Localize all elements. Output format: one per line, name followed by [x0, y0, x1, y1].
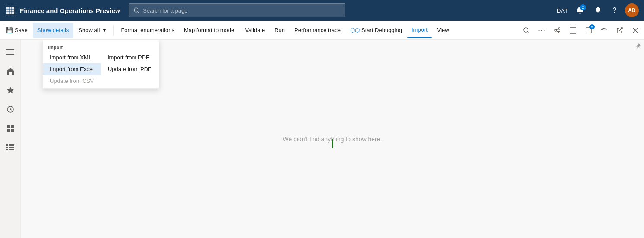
- map-format-button[interactable]: Map format to model: [180, 23, 240, 38]
- show-all-button[interactable]: Show all ▼: [74, 23, 111, 38]
- save-icon: 💾: [6, 27, 13, 33]
- left-nav-favorites[interactable]: [2, 82, 19, 99]
- import-from-pdf-item[interactable]: Import from PDF: [101, 52, 159, 63]
- svg-rect-33: [6, 147, 8, 148]
- svg-rect-25: [6, 54, 14, 55]
- user-avatar[interactable]: AD: [625, 3, 639, 17]
- import-menu-grid: Import from XML Import from PDF Import f…: [43, 52, 159, 87]
- save-button[interactable]: 💾 Save: [2, 23, 32, 38]
- notifications-icon[interactable]: 2: [573, 3, 587, 17]
- main-layout: Import Import from XML Import from PDF I…: [0, 40, 644, 238]
- svg-rect-31: [6, 144, 8, 146]
- svg-rect-30: [11, 129, 14, 132]
- view-button[interactable]: View: [433, 23, 454, 38]
- left-nav-list[interactable]: [2, 139, 19, 156]
- more-options-button[interactable]: ···: [535, 23, 549, 37]
- run-button[interactable]: Run: [270, 23, 289, 38]
- toolbar-right-actions: ··· 0: [519, 23, 642, 37]
- svg-rect-7: [10, 12, 12, 14]
- svg-line-12: [528, 32, 529, 33]
- left-nav-menu[interactable]: [2, 43, 19, 61]
- import-dropdown-header: Import: [43, 42, 159, 52]
- svg-rect-28: [11, 125, 14, 128]
- left-nav-workspaces[interactable]: [2, 120, 19, 137]
- top-navigation: Finance and Operations Preview DAT 2 ? A…: [0, 0, 644, 21]
- chevron-down-icon: ▼: [103, 28, 107, 33]
- show-details-button[interactable]: Show details: [33, 23, 74, 38]
- user-company-label: DAT: [557, 7, 568, 14]
- svg-rect-29: [7, 129, 10, 132]
- refresh-button[interactable]: [597, 23, 611, 37]
- svg-point-13: [555, 29, 557, 31]
- import-button[interactable]: Import: [407, 23, 432, 38]
- cursor-indicator: [332, 139, 333, 148]
- svg-rect-6: [6, 12, 9, 14]
- import-from-excel-item[interactable]: Import from Excel: [43, 63, 101, 75]
- svg-rect-24: [6, 52, 14, 52]
- svg-line-16: [557, 29, 558, 30]
- search-toolbar-button[interactable]: [519, 23, 533, 37]
- content-area: Import Import from XML Import from PDF I…: [21, 40, 644, 238]
- validate-button[interactable]: Validate: [241, 23, 269, 38]
- import-from-xml-item[interactable]: Import from XML: [43, 52, 101, 63]
- import-dropdown-menu: Import Import from XML Import from PDF I…: [42, 40, 159, 89]
- close-button[interactable]: [628, 23, 642, 37]
- pin-icon: [634, 43, 641, 51]
- svg-rect-27: [7, 125, 10, 128]
- app-grid-icon[interactable]: [5, 5, 16, 16]
- svg-rect-35: [6, 149, 8, 150]
- svg-rect-32: [9, 144, 14, 146]
- svg-rect-5: [12, 10, 14, 12]
- app-title: Finance and Operations Preview: [20, 7, 120, 14]
- svg-point-14: [558, 28, 560, 29]
- search-bar[interactable]: [129, 3, 345, 17]
- update-from-csv-item[interactable]: Update from CSV: [43, 75, 101, 87]
- update-from-pdf-item[interactable]: Update from PDF: [101, 63, 159, 75]
- split-view-button[interactable]: [566, 23, 580, 37]
- connect-button[interactable]: [551, 23, 564, 37]
- settings-icon[interactable]: [590, 3, 604, 17]
- popout-button[interactable]: [613, 23, 627, 37]
- start-debugging-button[interactable]: ⬡⬡ Start Debugging: [346, 23, 406, 38]
- svg-rect-0: [6, 7, 9, 9]
- svg-rect-8: [12, 12, 14, 14]
- svg-rect-1: [10, 7, 12, 9]
- left-nav-recent[interactable]: [2, 101, 19, 118]
- svg-rect-34: [9, 147, 14, 148]
- svg-rect-3: [6, 10, 9, 12]
- svg-rect-2: [12, 7, 14, 9]
- debug-icon: ⬡⬡: [350, 27, 360, 33]
- toolbar: 💾 Save Show details Show all ▼ Format en…: [0, 21, 644, 40]
- format-enumerations-button[interactable]: Format enumerations: [116, 23, 179, 38]
- top-nav-right-actions: DAT 2 ? AD: [557, 3, 639, 17]
- svg-point-11: [524, 28, 528, 32]
- help-icon[interactable]: ?: [608, 3, 621, 17]
- search-input[interactable]: [143, 7, 341, 14]
- svg-point-9: [134, 8, 138, 12]
- notification-badge: 2: [580, 4, 586, 10]
- svg-rect-4: [10, 10, 12, 12]
- badge-button[interactable]: 0: [582, 23, 596, 37]
- svg-rect-23: [6, 49, 14, 50]
- performance-trace-button[interactable]: Performance trace: [290, 23, 345, 38]
- separator-1: [113, 25, 114, 36]
- svg-line-17: [557, 31, 558, 32]
- left-navigation: [0, 40, 21, 238]
- svg-point-15: [558, 31, 560, 33]
- left-nav-home[interactable]: [2, 62, 19, 80]
- svg-rect-36: [9, 149, 14, 150]
- svg-line-10: [138, 12, 139, 13]
